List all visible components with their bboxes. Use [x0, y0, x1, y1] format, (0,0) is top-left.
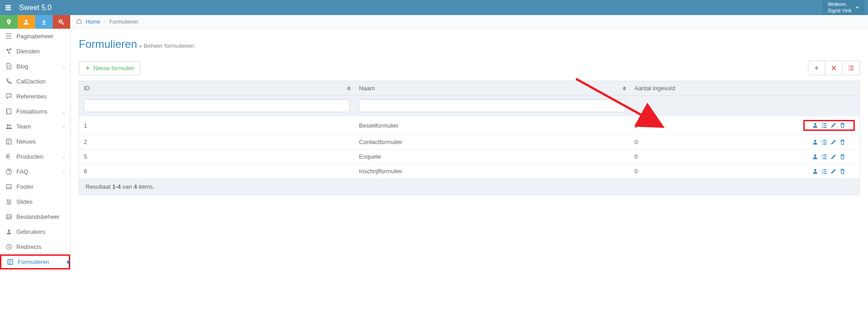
sidebar-item-fotoalbums[interactable]: Fotoalbums⌄ [0, 104, 70, 119]
cell-naam: Enquete [354, 150, 630, 164]
filter-actions-empty [799, 96, 860, 116]
page-subtitle: » Beheer formulieren [139, 42, 194, 49]
forms-table: ID Naam Aantal ingevuld [79, 81, 860, 179]
sidebar-item-label: Diensten [16, 48, 66, 55]
cell-naam: Contactformulier [354, 135, 630, 150]
toolbar-add-button[interactable] [808, 61, 825, 75]
brand-title: Sweet 5.0 [19, 4, 51, 12]
cell-aantal: 0 [630, 135, 798, 150]
sidebar: PaginabeheerDienstenBlog⌄Call2actionRefe… [0, 15, 71, 269]
toolbar-delete-button[interactable] [825, 61, 842, 75]
sidebar-item-footer[interactable]: Footer [0, 179, 70, 194]
row-list-icon[interactable] [821, 154, 827, 160]
breadcrumb-sep: › [104, 19, 106, 25]
row-edit-icon[interactable] [830, 168, 837, 175]
breadcrumb-current: Formulieren [109, 19, 138, 25]
sidebar-item-label: Referenties [16, 93, 66, 100]
sidebar-btn-marker[interactable] [0, 15, 18, 29]
sidebar-item-diensten[interactable]: Diensten [0, 44, 70, 59]
row-delete-icon[interactable] [839, 139, 846, 145]
main-content: Home › Formulieren Formulieren » Beheer … [71, 15, 868, 269]
col-header-naam[interactable]: Naam [354, 81, 630, 96]
cell-naam: Bestelformulier [354, 116, 630, 135]
col-header-id[interactable]: ID [79, 81, 355, 96]
sidebar-item-label: Fotoalbums [16, 108, 62, 115]
euro-icon [5, 153, 13, 160]
table-row: 5Enquete0 [79, 150, 860, 164]
sidebar-item-label: Producten [16, 153, 62, 160]
row-edit-icon[interactable] [830, 122, 837, 129]
row-delete-icon[interactable] [839, 122, 846, 129]
plus-icon [85, 65, 91, 71]
cell-aantal: 0 [630, 150, 798, 164]
sidebar-item-label: Team [16, 123, 62, 130]
new-form-button[interactable]: Nieuw formulier [79, 61, 140, 75]
row-list-icon[interactable] [821, 139, 827, 145]
row-edit-icon[interactable] [830, 139, 837, 145]
sidebar-item-slides[interactable]: Slides [0, 194, 70, 209]
bars-icon [5, 33, 13, 40]
page-title: Formulieren [79, 38, 137, 50]
cell-id: 6 [79, 164, 355, 179]
cell-id: 5 [79, 150, 355, 164]
row-user-icon[interactable] [812, 122, 818, 129]
sidebar-item-paginabeheer[interactable]: Paginabeheer [0, 29, 70, 44]
sidebar-item-nieuws[interactable]: Nieuws [0, 134, 70, 149]
row-user-icon[interactable] [812, 168, 818, 175]
sidebar-item-redirects[interactable]: Redirects [0, 239, 70, 254]
cell-aantal: 0 [630, 164, 798, 179]
toolbar-button-group [808, 61, 860, 75]
sidebar-item-faq[interactable]: FAQ⌄ [0, 164, 70, 179]
toolbar-list-button[interactable] [842, 61, 860, 75]
cell-naam: Inschrijfformulier [354, 164, 630, 179]
sidebar-item-label: Call2action [16, 78, 66, 85]
table-row: 2Contactformulier0 [79, 135, 860, 150]
sidebar-item-label: Formulieren [18, 258, 64, 265]
sidebar-item-label: Blog [16, 63, 62, 70]
user-name: Sigrid Vink [828, 8, 852, 14]
new-form-label: Nieuw formulier [93, 65, 134, 72]
home-icon [76, 18, 82, 26]
users-icon [5, 123, 13, 130]
chevron-down-icon: ⌄ [62, 124, 66, 129]
col-header-actions [799, 81, 860, 96]
sidebar-item-referenties[interactable]: Referenties [0, 89, 70, 104]
row-delete-icon[interactable] [839, 168, 846, 175]
row-delete-icon[interactable] [839, 154, 846, 160]
chevron-down-icon: ⌄ [62, 154, 66, 159]
sidebar-btn-user[interactable] [18, 15, 36, 29]
breadcrumb-home[interactable]: Home [86, 19, 100, 25]
file-icon [5, 63, 13, 70]
chevron-down-icon: ⌄ [62, 64, 66, 69]
sidebar-btn-settings[interactable] [53, 15, 71, 29]
topbar: Sweet 5.0 Welkom, Sigrid Vink [0, 0, 868, 15]
help-icon [5, 168, 13, 175]
sidebar-item-label: Bestandsbeheer [16, 213, 66, 220]
sidebar-item-bestandsbeheer[interactable]: Bestandsbeheer [0, 209, 70, 224]
sidebar-item-gebruikers[interactable]: Gebruikers [0, 224, 70, 239]
breadcrumb: Home › Formulieren [71, 15, 868, 29]
sidebar-item-label: Footer [16, 183, 66, 190]
filter-id-input[interactable] [84, 99, 350, 112]
sidebar-item-formulieren[interactable]: Formulieren [0, 254, 70, 269]
col-header-aantal: Aantal ingevuld [630, 81, 798, 96]
row-user-icon[interactable] [812, 154, 818, 160]
row-list-icon[interactable] [821, 168, 827, 175]
row-list-icon[interactable] [821, 122, 827, 129]
user-menu[interactable]: Welkom, Sigrid Vink [822, 0, 864, 15]
row-user-icon[interactable] [812, 139, 818, 145]
cell-id: 2 [79, 135, 355, 150]
cell-aantal: 1 [630, 116, 798, 135]
sidebar-item-producten[interactable]: Producten⌄ [0, 149, 70, 164]
filter-aantal-empty [630, 96, 798, 116]
sidebar-item-label: Gebruikers [16, 228, 66, 235]
table-row: 6Inschrijfformulier0 [79, 164, 860, 179]
sidebar-item-blog[interactable]: Blog⌄ [0, 59, 70, 74]
sidebar-item-team[interactable]: Team⌄ [0, 119, 70, 134]
filter-naam-input[interactable] [359, 99, 625, 112]
sidebar-item-call2action[interactable]: Call2action [0, 74, 70, 89]
sidebar-item-label: FAQ [16, 168, 62, 175]
sidebar-item-label: Nieuws [16, 138, 66, 145]
sidebar-btn-download[interactable] [35, 15, 53, 29]
row-edit-icon[interactable] [830, 154, 837, 160]
